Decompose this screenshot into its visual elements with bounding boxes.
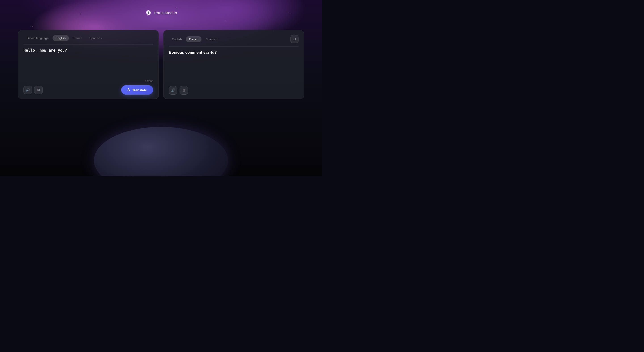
target-speak-button[interactable]: 🔊 xyxy=(169,86,177,94)
source-copy-button[interactable]: ⧉ xyxy=(34,86,43,94)
chevron-down-icon: ▾ xyxy=(217,38,218,40)
target-copy-button[interactable]: ⧉ xyxy=(180,86,188,94)
chevron-down-icon: ▾ xyxy=(101,37,102,39)
target-lang-tabs: English French Spanish ▾ ⇄ xyxy=(169,35,298,43)
source-tab-english[interactable]: English xyxy=(52,35,69,41)
target-icon-btns: 🔊 ⧉ xyxy=(169,86,188,94)
char-count: 19/500 xyxy=(24,80,153,83)
source-lang-tabs: Detect language English French Spanish ▾ xyxy=(24,35,153,41)
target-tab-spanish[interactable]: Spanish ▾ xyxy=(202,36,222,42)
copy-icon: ⧉ xyxy=(37,88,40,92)
translate-icon: A xyxy=(128,88,130,92)
source-tab-spanish[interactable]: Spanish ▾ xyxy=(86,35,106,41)
app-title: translated.io xyxy=(154,11,177,16)
target-bottom-bar: 🔊 ⧉ xyxy=(169,86,298,94)
target-panel: English French Spanish ▾ ⇄ Bonjour, comm… xyxy=(163,30,304,99)
source-textarea[interactable] xyxy=(24,48,153,80)
source-divider xyxy=(24,44,153,44)
source-icon-btns: 🔊 ⧉ xyxy=(24,86,43,94)
source-tab-french[interactable]: French xyxy=(70,35,86,41)
source-tab-detect[interactable]: Detect language xyxy=(24,35,52,41)
target-divider xyxy=(169,46,298,46)
swap-icon: ⇄ xyxy=(293,37,296,41)
header: translated.io xyxy=(145,10,177,16)
translate-button[interactable]: A Translate xyxy=(121,85,153,94)
target-tab-english[interactable]: English xyxy=(169,36,185,42)
speaker-icon: 🔊 xyxy=(26,88,30,92)
translator-panels: Detect language English French Spanish ▾… xyxy=(18,30,304,99)
target-tab-french[interactable]: French xyxy=(186,36,202,42)
speaker-icon: 🔊 xyxy=(171,88,175,92)
source-panel: Detect language English French Spanish ▾… xyxy=(18,30,159,99)
source-bottom-bar: 🔊 ⧉ A Translate xyxy=(24,85,153,94)
source-speak-button[interactable]: 🔊 xyxy=(24,86,32,94)
swap-languages-button[interactable]: ⇄ xyxy=(290,35,298,43)
target-output-text: Bonjour, comment vas-tu? xyxy=(169,50,298,85)
copy-icon: ⧉ xyxy=(183,88,185,92)
logo-icon xyxy=(145,10,152,16)
